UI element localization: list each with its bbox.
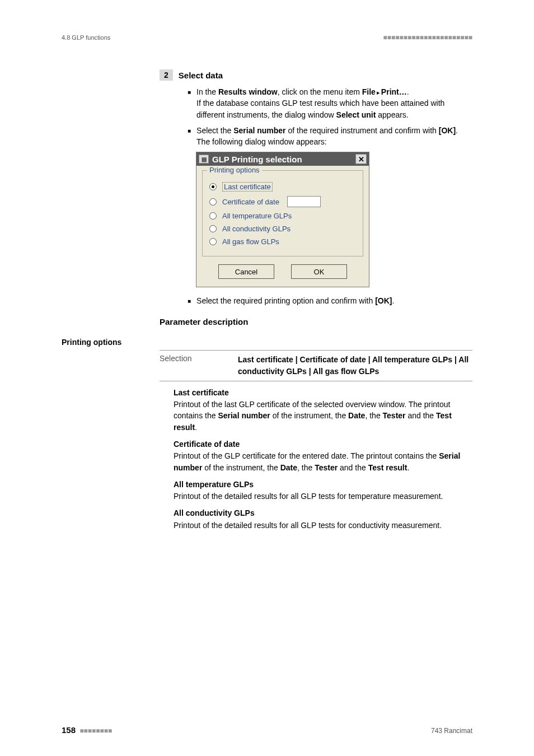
radio-icon — [209, 238, 217, 245]
bullet-1: In the Results window, click on the menu… — [196, 86, 472, 120]
page-number-block: 158 ■■■■■■■■ — [62, 725, 112, 735]
radio-certificate-of-date[interactable]: Certificate of date — [209, 196, 356, 207]
parameter-description-heading: Parameter description — [160, 317, 472, 326]
selection-row: Selection Last certificate | Certificate… — [160, 350, 472, 381]
dialog-titlebar: ▤ GLP Printing selection ✕ — [196, 152, 369, 166]
radio-label: Last certificate — [222, 182, 273, 192]
app-icon: ▤ — [199, 155, 209, 164]
radio-icon — [209, 212, 217, 220]
radio-icon — [209, 225, 217, 232]
page-number: 158 — [62, 725, 76, 735]
radio-label: All temperature GLPs — [222, 212, 292, 220]
selection-label: Selection — [160, 354, 238, 377]
bullet-icon: ■ — [188, 86, 191, 120]
radio-icon — [209, 183, 217, 190]
radio-icon — [209, 198, 217, 206]
ok-button[interactable]: OK — [291, 264, 347, 279]
step-title: Select data — [179, 69, 223, 80]
desc-certificate-of-date-title: Certificate of date — [174, 438, 472, 450]
close-icon[interactable]: ✕ — [355, 154, 367, 164]
radio-label: All conductivity GLPs — [222, 225, 291, 233]
radio-last-certificate[interactable]: Last certificate — [209, 182, 356, 192]
cancel-button[interactable]: Cancel — [218, 264, 274, 279]
printing-options-heading: Printing options — [62, 338, 472, 347]
product-name: 743 Rancimat — [431, 727, 472, 735]
bullet-icon: ■ — [188, 125, 191, 148]
printing-options-group: Printing options Last certificate Certif… — [202, 170, 363, 256]
step-number: 2 — [160, 69, 173, 81]
desc-last-certificate: Printout of the last GLP certificate of … — [174, 399, 472, 433]
section-label: 4.8 GLP functions — [62, 34, 110, 41]
header-dashes: ■■■■■■■■■■■■■■■■■■■■■■ — [383, 34, 472, 41]
group-label: Printing options — [207, 166, 262, 174]
desc-all-conductivity: Printout of the detailed results for all… — [174, 520, 472, 531]
desc-all-temperature-title: All temperature GLPs — [174, 479, 472, 490]
bullet-3: Select the required printing option and … — [196, 295, 472, 306]
dialog-title-text: GLP Printing selection — [212, 155, 302, 164]
radio-label: All gas flow GLPs — [222, 237, 279, 246]
bullet-icon: ■ — [188, 295, 191, 306]
bullet-2: Select the Serial number of the required… — [196, 125, 472, 148]
radio-all-conductivity[interactable]: All conductivity GLPs — [209, 225, 356, 233]
selection-value: Last certificate | Certificate of date |… — [238, 354, 472, 377]
footer-dashes: ■■■■■■■■ — [79, 727, 112, 735]
desc-all-temperature: Printout of the detailed results for all… — [174, 491, 472, 502]
date-input[interactable] — [287, 196, 321, 207]
radio-all-gas-flow[interactable]: All gas flow GLPs — [209, 237, 356, 246]
radio-all-temperature[interactable]: All temperature GLPs — [209, 212, 356, 220]
desc-all-conductivity-title: All conductivity GLPs — [174, 507, 472, 519]
radio-label: Certificate of date — [222, 198, 279, 206]
desc-certificate-of-date: Printout of the GLP certificate for the … — [174, 450, 472, 473]
desc-last-certificate-title: Last certificate — [174, 387, 472, 398]
glp-printing-dialog: ▤ GLP Printing selection ✕ Printing opti… — [196, 152, 369, 287]
